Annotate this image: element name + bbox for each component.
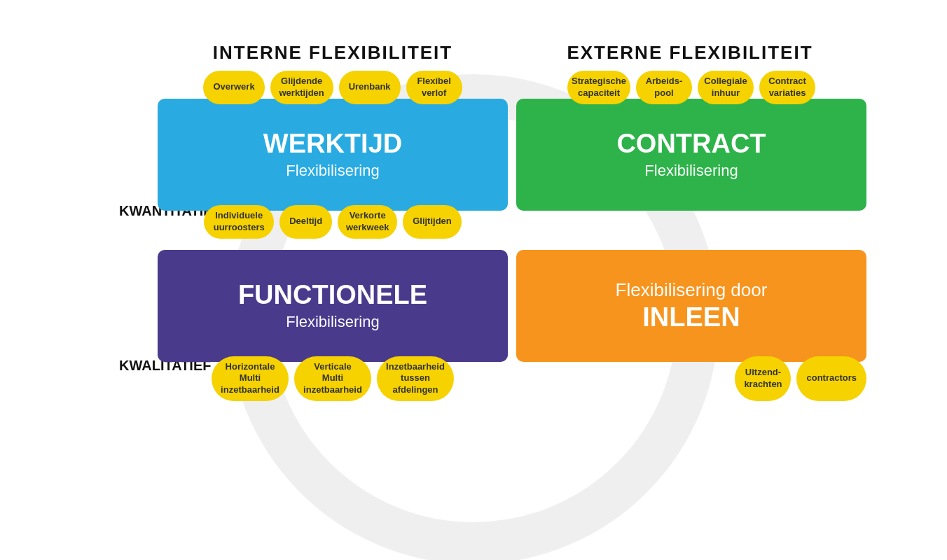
functionele-bottom-pills: Horizontale Multi inzetbaarheid Vertical…	[158, 356, 508, 402]
quad-werktijd: WERKTIJD Flexibilisering	[158, 99, 508, 211]
quad-inleen: Flexibilisering door INLEEN	[516, 250, 866, 362]
contract-title: CONTRACT	[616, 129, 766, 159]
inleen-bottom-pills: Uitzend-krachten contractors	[516, 356, 866, 402]
quad-contract: CONTRACT Flexibilisering	[516, 99, 866, 211]
contract-top-pills: Strategische capaciteit Arbeids-pool Col…	[516, 71, 866, 104]
label-kwalitatief: KWALITATIEF	[119, 358, 158, 374]
second-quad-row: FUNCTIONELE Flexibilisering Flexibiliser…	[158, 250, 918, 362]
pill-contractors: contractors	[796, 356, 866, 402]
quads-area: Overwerk Glijdende werktijden Urenbank F…	[158, 71, 918, 401]
quad-functionele: FUNCTIONELE Flexibilisering	[158, 250, 508, 362]
pill-inzetbaarheid: Inzetbaarheid tussen afdelingen	[377, 356, 454, 402]
pill-collegiale: Collegiale inhuur	[698, 71, 754, 104]
pill-individuele: Individuele uurroosters	[204, 205, 274, 239]
first-quad-row: WERKTIJD Flexibilisering CONTRACT Flexib…	[158, 99, 918, 211]
header-externe: EXTERNE FLEXIBILITEIT	[511, 42, 869, 64]
pill-urenbank: Urenbank	[339, 71, 401, 104]
pill-deeltijd: Deeltijd	[279, 205, 332, 239]
inleen-title: INLEEN	[642, 302, 740, 332]
content-area: KWANTITATIEF KWALITATIEF Overwerk Glijde…	[119, 71, 918, 401]
pill-horizontale: Horizontale Multi inzetbaarheid	[212, 356, 289, 402]
pill-glijtijden: Glijtijden	[403, 205, 462, 239]
side-labels: KWANTITATIEF KWALITATIEF	[119, 71, 158, 401]
functionele-title: FUNCTIONELE	[238, 280, 427, 310]
werktijd-title: WERKTIJD	[263, 129, 402, 159]
bottom-pill-row-2: Horizontale Multi inzetbaarheid Vertical…	[158, 356, 918, 402]
header-interne: INTERNE FLEXIBILITEIT	[154, 42, 511, 64]
layout: INTERNE FLEXIBILITEIT EXTERNE FLEXIBILIT…	[119, 42, 918, 401]
pill-contract-var: Contract variaties	[759, 71, 815, 104]
pill-overwerk: Overwerk	[203, 71, 264, 104]
pill-uitzend: Uitzend-krachten	[735, 356, 791, 402]
werktijd-sub: Flexibilisering	[286, 162, 379, 180]
pill-strategische: Strategische capaciteit	[567, 71, 630, 104]
top-pill-row: Overwerk Glijdende werktijden Urenbank F…	[158, 71, 918, 104]
contract-bottom-empty	[516, 205, 866, 239]
pill-verticale: Verticale Multi inzetbaarheid	[294, 356, 371, 402]
bottom-pill-row-1: Individuele uurroosters Deeltijd Verkort…	[158, 205, 918, 239]
inleen-pre: Flexibilisering door	[616, 279, 768, 302]
pill-flexibel: Flexibel verlof	[406, 71, 462, 104]
pill-verkorte: Verkorte werkweek	[338, 205, 397, 239]
functionele-sub: Flexibilisering	[286, 313, 379, 331]
werktijd-bottom-pills: Individuele uurroosters Deeltijd Verkort…	[158, 205, 508, 239]
label-kwantitatief: KWANTITATIEF	[119, 203, 158, 219]
contract-sub: Flexibilisering	[644, 162, 738, 180]
main-container: INTERNE FLEXIBILITEIT EXTERNE FLEXIBILIT…	[0, 0, 947, 560]
werktijd-top-pills: Overwerk Glijdende werktijden Urenbank F…	[158, 71, 508, 104]
header-row: INTERNE FLEXIBILITEIT EXTERNE FLEXIBILIT…	[154, 42, 918, 64]
pill-arbeids: Arbeids-pool	[636, 71, 692, 104]
pill-glijdende: Glijdende werktijden	[270, 71, 333, 104]
